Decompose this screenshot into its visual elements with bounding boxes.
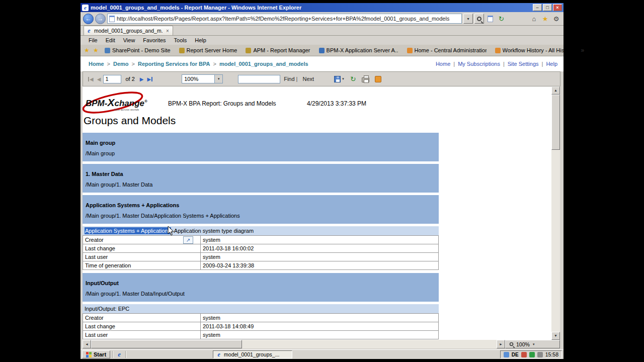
quicklaunch-ie-icon[interactable]: e [115,350,123,358]
group-name: Input/Output [86,280,436,286]
tab-close-icon[interactable]: × [165,28,171,34]
back-button[interactable]: ← [83,14,94,24]
model-header: Application Systems + Applications: Appl… [83,226,439,235]
toggle-sort-button[interactable]: ↗ [183,236,193,244]
close-button[interactable]: × [553,4,562,11]
maximize-button[interactable]: □ [543,4,552,11]
menu-tools[interactable]: Tools [170,36,191,44]
favorite-item-bpmx[interactable]: BPM-X Application Server A... [315,46,402,54]
table-row: Creator↗ system [83,236,439,244]
export-button[interactable]: ▼ [334,76,345,82]
task-label: model_0001_groups_... [224,351,279,357]
menu-help[interactable]: Help [191,36,210,44]
first-page-button[interactable]: ◀ [87,76,95,82]
windows-logo-icon [86,352,92,357]
menu-favorites[interactable]: Favorites [139,36,170,44]
favorites-overflow-button[interactable]: » [579,47,587,54]
cell-value: system [201,236,439,244]
link-help[interactable]: Help [546,61,557,67]
favorites-center-icon[interactable]: ★ [83,47,91,54]
browser-tab[interactable]: e model_0001_groups_and_m... × [84,26,173,35]
window-title: model_0001_groups_and_models - Report Ma… [91,5,531,11]
favorite-item-report-server[interactable]: Report Server Home [176,46,241,54]
group-block-input-output: Input/Output /Main group/1. Master Data/… [83,273,439,302]
zoom-value: 100% [182,76,214,82]
data-feed-button[interactable] [375,76,381,82]
favorite-label: Workflow History - All History [503,47,574,53]
tools-gear-button[interactable]: ⚙ [551,14,561,24]
ie-favicon: e [216,351,222,357]
scroll-up-button[interactable]: ▲ [551,86,560,95]
link-separator: | [542,61,543,67]
find-text-input[interactable] [238,75,280,83]
previous-page-button[interactable]: ◀ [96,76,102,82]
tray-icon[interactable] [529,352,535,357]
refresh-button[interactable]: ↻ [497,14,506,24]
minimize-button[interactable]: – [533,4,542,11]
link-separator: | [503,61,505,67]
favorite-item-central-admin[interactable]: Home - Central Administration [404,46,490,54]
cell-label: Last change [83,322,201,331]
favorite-item-workflow-history[interactable]: Workflow History - All History [492,46,577,54]
print-button[interactable] [362,77,369,82]
menu-view[interactable]: View [119,36,139,44]
cell-value: system [201,331,439,339]
language-indicator[interactable]: DE [512,352,519,357]
breadcrumb-home[interactable]: Home [89,61,104,67]
forward-button[interactable]: → [95,14,106,24]
breadcrumb-folder[interactable]: Reporting Services for BPA [138,61,210,67]
link-my-subscriptions[interactable]: My Subscriptions [458,61,500,67]
chevron-down-icon[interactable]: ▼ [214,75,222,83]
mouse-cursor [168,226,175,237]
next-page-button[interactable]: ▶ [139,76,145,82]
model-name-selected-text[interactable]: Application Systems + Applications [85,227,171,234]
favorite-item-sharepoint[interactable]: SharePoint - Demo Site [101,46,174,54]
scroll-right-button[interactable]: ► [497,340,505,348]
favorite-item-apm[interactable]: APM - Report Manager [242,46,313,54]
scroll-down-button[interactable]: ▼ [551,332,560,340]
taskbar-divider [112,351,113,358]
find-next-button[interactable]: Next [302,76,314,82]
page-title: Groups and Models [84,115,176,127]
breadcrumb-demo[interactable]: Demo [113,61,129,67]
favorite-icon [105,48,110,53]
start-button[interactable]: Start [82,350,110,358]
zoom-level: 100% [516,341,530,347]
address-bar[interactable]: http://localhost/Reports/Pages/Report.as… [107,14,462,24]
horizontal-scrollbar[interactable]: ◄ ► [83,340,505,348]
refresh-report-button[interactable]: ↻ [350,75,356,82]
scroll-left-button[interactable]: ◄ [83,340,91,348]
search-button[interactable] [474,14,484,24]
compatibility-view-button[interactable] [486,14,495,24]
link-home[interactable]: Home [436,61,450,67]
bpmx-logo: BPM-Xchange® links across worlds [84,90,164,117]
find-button[interactable]: Find [284,76,294,82]
cell-label: Time of generation [83,261,201,270]
page-zoom-control[interactable]: 100% ▼ [505,340,560,348]
tray-icon[interactable] [504,352,509,357]
vertical-scrollbar[interactable]: ▲ ▼ [551,86,560,340]
table-row: Last user system [83,331,439,339]
tray-icon[interactable] [537,352,543,357]
add-favorite-icon[interactable]: ★ [92,47,100,54]
menu-edit[interactable]: Edit [102,36,119,44]
zoom-select[interactable]: 100% ▼ [182,74,223,83]
favorite-icon [495,48,501,53]
page-number-input[interactable] [103,75,121,83]
last-page-button[interactable]: ▶ [146,76,153,82]
vertical-scroll-thumb[interactable] [551,95,560,150]
window-titlebar[interactable]: e model_0001_groups_and_models - Report … [80,3,564,12]
start-label: Start [94,351,106,357]
favorites-button[interactable]: ★ [540,14,550,24]
menu-bar: File Edit View Favorites Tools Help [80,36,564,45]
report-viewport[interactable]: BPM-Xchange® links across worlds BPM-X B… [83,86,551,340]
link-site-settings[interactable]: Site Settings [508,61,539,67]
model-type-label: : EPC [115,306,130,312]
horizontal-scroll-thumb[interactable] [91,340,242,348]
model-type-label: : Application system type diagram [171,228,254,234]
home-button[interactable]: ⌂ [529,14,539,24]
menu-file[interactable]: File [85,36,102,44]
address-dropdown-button[interactable]: ▾ [463,14,473,24]
tray-icon[interactable] [521,352,527,357]
taskbar-task-button[interactable]: e model_0001_groups_... [213,350,292,358]
